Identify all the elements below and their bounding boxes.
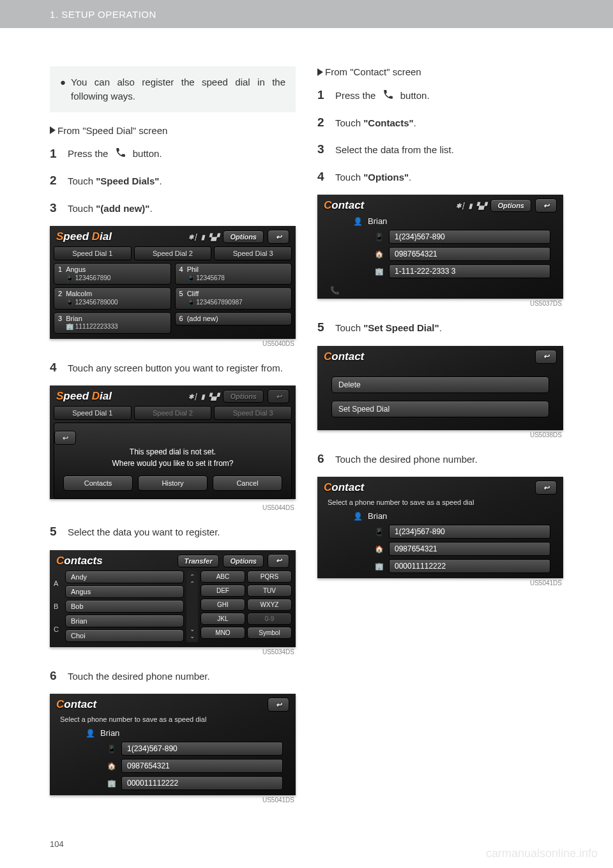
step-5: 5 Select the data you want to register. bbox=[50, 523, 296, 541]
tab-speed-dial-1[interactable]: Speed Dial 1 bbox=[54, 246, 132, 260]
delete-button[interactable]: Delete bbox=[331, 377, 549, 393]
options-button[interactable]: Options bbox=[223, 230, 264, 243]
back-button[interactable]: ↩ bbox=[535, 198, 557, 213]
watermark: carmanualsonline.info bbox=[486, 847, 598, 860]
speed-dial-entry-add[interactable]: 6(add new) bbox=[175, 312, 292, 326]
call-icon[interactable]: 📞 bbox=[330, 286, 340, 295]
screenshot-id: US5044DS bbox=[50, 504, 296, 511]
phone-icon bbox=[114, 147, 128, 163]
tab-speed-dial-3: Speed Dial 3 bbox=[214, 406, 292, 420]
step-6: 6 Touch the desired phone number. bbox=[50, 667, 296, 685]
back-button[interactable]: ↩ bbox=[535, 481, 557, 495]
step-text: Touch the desired phone number. bbox=[68, 670, 296, 684]
phone-number-button[interactable]: 1(234)567-890 bbox=[121, 742, 283, 756]
screenshot-contacts-list: Contacts Transfer Options ↩ A B C Andy A… bbox=[50, 550, 296, 647]
history-button[interactable]: History bbox=[138, 475, 208, 491]
speed-dial-entry[interactable]: 4Phil📱 12345678 bbox=[175, 263, 292, 285]
triangle-icon bbox=[50, 126, 56, 134]
bluetooth-icon: ✱┆ bbox=[188, 393, 197, 400]
keypad-button[interactable]: ABC bbox=[201, 571, 245, 583]
office-icon: 🏢 bbox=[107, 779, 116, 788]
speed-dial-entry[interactable]: 3Brian🏢 111122223333 bbox=[54, 312, 171, 334]
right-column: From "Contact" screen 1 Press the button… bbox=[317, 66, 563, 815]
page-content: ● You can also register the speed dial i… bbox=[0, 28, 613, 815]
step-text: Touch "Contacts". bbox=[335, 116, 563, 131]
back-button[interactable]: ↩ bbox=[268, 698, 289, 712]
bluetooth-icon: ✱┆ bbox=[188, 234, 197, 241]
back-button[interactable]: ↩ bbox=[268, 554, 289, 568]
cancel-button[interactable]: Cancel bbox=[213, 475, 282, 491]
keypad-button[interactable]: JKL bbox=[201, 613, 245, 625]
phone-icon bbox=[381, 89, 395, 105]
subheading-text: From "Speed Dial" screen bbox=[57, 125, 167, 136]
dialog-message: Where would you like to set it from? bbox=[54, 458, 291, 469]
contact-item[interactable]: Choi bbox=[65, 629, 184, 642]
scroll-down-icon[interactable]: ⌄⌄ bbox=[190, 625, 195, 640]
step-1: 1 Press the button. bbox=[50, 145, 296, 163]
screenshot-id: US5041DS bbox=[50, 797, 296, 804]
back-button[interactable]: ↩ bbox=[54, 431, 76, 445]
step-number: 6 bbox=[317, 450, 328, 468]
screenshot-select-number: Contact ↩ Select a phone number to save … bbox=[317, 477, 563, 578]
set-speed-dial-button[interactable]: Set Speed Dial bbox=[331, 401, 549, 417]
options-button[interactable]: Options bbox=[490, 199, 531, 212]
screen-subtitle: Select a phone number to save as a speed… bbox=[317, 497, 563, 510]
step-number: 2 bbox=[50, 172, 60, 190]
screenshot-id: US5034DS bbox=[50, 648, 296, 655]
keypad-button[interactable]: WXYZ bbox=[247, 599, 292, 611]
contacts-button[interactable]: Contacts bbox=[63, 475, 133, 491]
keypad-button[interactable]: GHI bbox=[201, 599, 245, 611]
scrollbar[interactable]: ⌃⌃ ⌄⌄ bbox=[186, 571, 198, 642]
phone-number-button[interactable]: 000011112222 bbox=[389, 559, 550, 573]
section-title: 1. SETUP OPERATION bbox=[50, 9, 156, 20]
contact-item[interactable]: Brian bbox=[65, 615, 184, 627]
keypad-button[interactable]: Symbol bbox=[247, 627, 292, 639]
phone-number-button[interactable]: 000011112222 bbox=[121, 776, 283, 790]
home-icon: 🏠 bbox=[107, 762, 116, 770]
step-text: Press the button. bbox=[68, 147, 296, 163]
keypad-button[interactable]: PQRS bbox=[247, 571, 292, 583]
phone-number-button[interactable]: 0987654321 bbox=[389, 542, 550, 556]
step-number: 5 bbox=[317, 318, 328, 337]
speed-dial-entry[interactable]: 1Angus📱 1234567890 bbox=[54, 263, 171, 285]
mobile-icon: 📱 bbox=[375, 528, 384, 536]
options-button[interactable]: Options bbox=[223, 555, 264, 567]
step-text: Touch the desired phone number. bbox=[335, 453, 563, 467]
home-icon: 🏠 bbox=[375, 545, 384, 553]
scroll-up-icon[interactable]: ⌃⌃ bbox=[190, 573, 195, 587]
screen-title: Contacts bbox=[56, 555, 103, 567]
mobile-icon: 📱 bbox=[107, 745, 116, 753]
speed-dial-entry[interactable]: 5Cliff📱 1234567890987 bbox=[175, 287, 292, 309]
contact-item[interactable]: Andy bbox=[65, 571, 184, 583]
tab-speed-dial-1[interactable]: Speed Dial 1 bbox=[54, 406, 132, 420]
step-3: 3 Touch "(add new)". bbox=[50, 199, 296, 218]
tab-speed-dial-3[interactable]: Speed Dial 3 bbox=[214, 246, 292, 260]
back-button[interactable]: ↩ bbox=[535, 350, 557, 364]
step-number: 1 bbox=[317, 86, 328, 105]
note-box: ● You can also register the speed dial i… bbox=[50, 66, 296, 112]
keypad-button[interactable]: 0-9 bbox=[247, 613, 292, 625]
phone-number-button[interactable]: 1(234)567-890 bbox=[389, 230, 550, 244]
page-number: 104 bbox=[50, 839, 64, 849]
transfer-button[interactable]: Transfer bbox=[178, 555, 220, 567]
contact-name: Brian bbox=[368, 511, 387, 521]
contact-item[interactable]: Bob bbox=[65, 600, 184, 613]
keypad-button[interactable]: DEF bbox=[201, 585, 245, 597]
step-number: 4 bbox=[50, 359, 60, 377]
person-icon: 👤 bbox=[353, 217, 363, 226]
step-text: Touch "Speed Dials". bbox=[68, 174, 296, 189]
phone-number-button[interactable]: 0987654321 bbox=[121, 759, 283, 773]
tab-speed-dial-2[interactable]: Speed Dial 2 bbox=[134, 246, 212, 260]
note-text: You can also register the speed dial in … bbox=[71, 75, 285, 103]
back-button[interactable]: ↩ bbox=[268, 230, 289, 244]
keypad-button[interactable]: MNO bbox=[201, 627, 245, 639]
phone-number-button[interactable]: 1-111-222-2333 3 bbox=[389, 264, 550, 278]
keypad-button[interactable]: TUV bbox=[247, 585, 292, 597]
screen-title: Contact bbox=[324, 350, 364, 363]
phone-number-button[interactable]: 1(234)567-890 bbox=[389, 525, 550, 539]
step-text: Select the data from the list. bbox=[335, 143, 563, 158]
phone-number-button[interactable]: 0987654321 bbox=[389, 247, 550, 261]
contact-item[interactable]: Angus bbox=[65, 585, 184, 598]
screenshot-contact-detail: Contact ✱┆ ▮ ▚▞ Options ↩ 👤Brian 📱1(234)… bbox=[317, 195, 563, 299]
speed-dial-entry[interactable]: 2Malcolm📱 123456789000 bbox=[54, 287, 171, 309]
